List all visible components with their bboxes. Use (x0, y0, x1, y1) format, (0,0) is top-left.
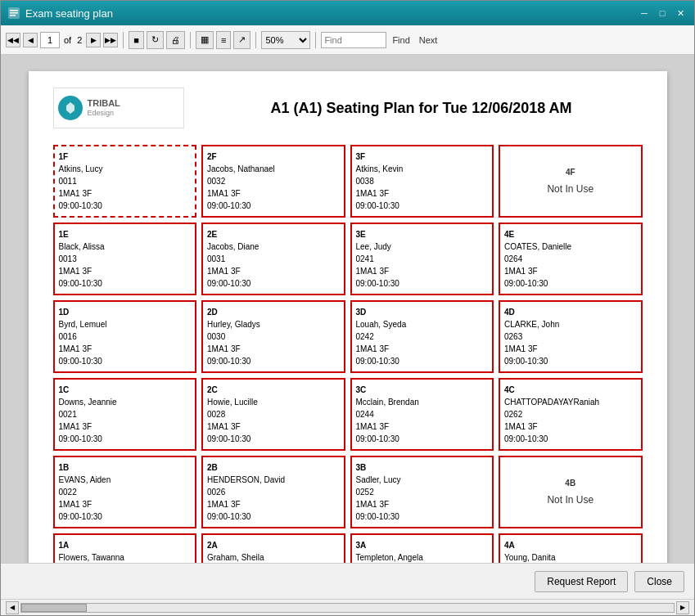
separator-1 (123, 32, 124, 48)
scroll-right-button[interactable]: ▶ (676, 601, 689, 614)
separator-3 (255, 32, 256, 48)
student-id-3b: 0252 (356, 486, 489, 498)
student-name-3a: Templeton, Angela (356, 551, 489, 563)
seat-id-1b: 1B (59, 461, 192, 474)
prev-page-button[interactable]: ◀ (23, 33, 38, 47)
student-course-1b: 1MA1 3F (59, 498, 192, 510)
seat-id-1c: 1C (59, 384, 192, 396)
seat-id-2f: 2F (207, 151, 340, 163)
zoom-select[interactable]: 50% 75% 100% (261, 31, 310, 49)
student-course-3f: 1MA1 3F (356, 187, 489, 200)
seat-cell-4b: 4BNot In Use (499, 456, 643, 528)
student-id-2e: 0031 (207, 253, 340, 265)
close-window-button[interactable]: ✕ (673, 6, 688, 20)
student-time-1e: 09:00-10:30 (59, 277, 192, 290)
student-name-4d: CLARKE, John (504, 318, 637, 330)
student-course-1c: 1MA1 3F (59, 420, 192, 433)
student-time-4c: 09:00-10:30 (504, 433, 637, 445)
seat-cell-4c: 4CCHATTOPADAYAYRaniah02621MA1 3F09:00-10… (499, 378, 643, 451)
scroll-left-button[interactable]: ◀ (6, 601, 19, 614)
page-number-input[interactable]: 1 (40, 32, 60, 48)
student-name-2d: Hurley, Gladys (207, 318, 340, 330)
seat-id-4a: 4A (504, 539, 637, 551)
view-button-2[interactable]: ≡ (216, 31, 231, 49)
find-input[interactable] (321, 32, 386, 48)
seat-id-1f: 1F (59, 151, 192, 163)
student-name-4a: Young, Danita (504, 551, 637, 563)
maximize-button[interactable]: □ (655, 6, 670, 20)
separator-2 (190, 32, 191, 48)
seat-cell-3e: 3ELee, Judy02411MA1 3F09:00-10:30 (350, 223, 494, 295)
view-button-1[interactable]: ▦ (196, 31, 214, 49)
student-name-3d: Louah, Syeda (356, 318, 489, 330)
stop-button[interactable]: ■ (129, 31, 144, 49)
seat-cell-1c: 1CDowns, Jeannie00211MA1 3F09:00-10:30 (53, 378, 197, 451)
student-id-3f: 0038 (356, 175, 489, 187)
window-title: Exam seating plan (25, 7, 637, 20)
seat-cell-3d: 3DLouah, Syeda02421MA1 3F09:00-10:30 (350, 300, 494, 373)
close-button[interactable]: Close (634, 571, 684, 592)
separator-4 (315, 32, 316, 48)
seat-cell-2c: 2CHowie, Lucille00281MA1 3F09:00-10:30 (201, 378, 345, 451)
find-button[interactable]: Find (389, 35, 413, 45)
student-id-1e: 0013 (59, 253, 192, 265)
student-course-1f: 1MA1 3F (59, 187, 192, 200)
export-button[interactable]: ↗ (233, 31, 250, 49)
page-of-label: of (64, 35, 71, 45)
request-report-button[interactable]: Request Report (535, 571, 628, 592)
student-name-3e: Lee, Judy (356, 241, 489, 253)
document-title: A1 (A1) Seating Plan for Tue 12/06/2018 … (201, 100, 643, 117)
logo-area: TRIBAL Edesign (53, 88, 184, 128)
seat-id-3b: 3B (356, 461, 489, 474)
minimize-button[interactable]: ─ (637, 6, 652, 20)
student-id-1c: 0021 (59, 408, 192, 420)
student-name-2c: Howie, Lucille (207, 396, 340, 408)
student-name-2f: Jacobs, Nathanael (207, 163, 340, 175)
seat-id-4f: 4F (566, 166, 575, 178)
student-name-2a: Graham, Sheila (207, 551, 340, 563)
student-course-2f: 1MA1 3F (207, 187, 340, 200)
first-page-button[interactable]: ◀◀ (6, 33, 20, 47)
seat-id-4e: 4E (504, 228, 637, 241)
student-name-1f: Atkins, Lucy (59, 163, 192, 175)
student-id-1d: 0016 (59, 330, 192, 343)
student-name-4e: COATES, Danielle (504, 241, 637, 253)
student-id-3c: 0244 (356, 408, 489, 420)
refresh-button[interactable]: ↻ (147, 31, 164, 49)
document-header: TRIBAL Edesign A1 (A1) Seating Plan for … (53, 88, 643, 128)
student-course-4d: 1MA1 3F (504, 343, 637, 355)
status-bar: ◀ ▶ (1, 599, 694, 615)
last-page-button[interactable]: ▶▶ (103, 33, 118, 47)
seat-cell-1b: 1BEVANS, Aiden00221MA1 3F09:00-10:30 (53, 456, 197, 528)
student-id-4c: 0262 (504, 408, 637, 420)
next-button[interactable]: Next (416, 35, 441, 45)
student-time-1b: 09:00-10:30 (59, 510, 192, 523)
h-scroll-track[interactable] (20, 603, 675, 613)
student-time-1f: 09:00-10:30 (59, 200, 192, 212)
student-course-3d: 1MA1 3F (356, 343, 489, 355)
next-page-button[interactable]: ▶ (86, 33, 101, 47)
student-time-3b: 09:00-10:30 (356, 510, 489, 523)
student-course-3e: 1MA1 3F (356, 265, 489, 277)
student-course-1d: 1MA1 3F (59, 343, 192, 355)
seat-id-3d: 3D (356, 306, 489, 318)
toolbar: ◀◀ ◀ 1 of 2 ▶ ▶▶ ■ ↻ 🖨 ▦ ≡ ↗ 50% 75% 100… (1, 25, 694, 55)
app-icon (7, 7, 20, 20)
seat-cell-4a: 4AYoung, Danita02581MA1 3F09:00-10:30 (499, 533, 643, 563)
print-button[interactable]: 🖨 (166, 31, 185, 49)
student-time-3d: 09:00-10:30 (356, 355, 489, 367)
content-area[interactable]: TRIBAL Edesign A1 (A1) Seating Plan for … (1, 55, 694, 563)
student-course-1e: 1MA1 3F (59, 265, 192, 277)
seat-cell-1d: 1DByrd, Lemuel00161MA1 3F09:00-10:30 (53, 300, 197, 373)
student-time-3c: 09:00-10:30 (356, 433, 489, 445)
svg-rect-3 (10, 15, 16, 16)
student-course-4c: 1MA1 3F (504, 420, 637, 433)
h-scroll-thumb[interactable] (21, 604, 87, 612)
student-time-2e: 09:00-10:30 (207, 277, 340, 290)
seat-cell-4f: 4FNot In Use (499, 145, 643, 218)
seat-id-2d: 2D (207, 306, 340, 318)
seat-cell-3c: 3CMcclain, Brendan02441MA1 3F09:00-10:30 (350, 378, 494, 451)
student-id-2d: 0030 (207, 330, 340, 343)
page-navigation: ◀◀ ◀ 1 of 2 ▶ ▶▶ (6, 32, 118, 48)
student-name-1b: EVANS, Aiden (59, 474, 192, 486)
